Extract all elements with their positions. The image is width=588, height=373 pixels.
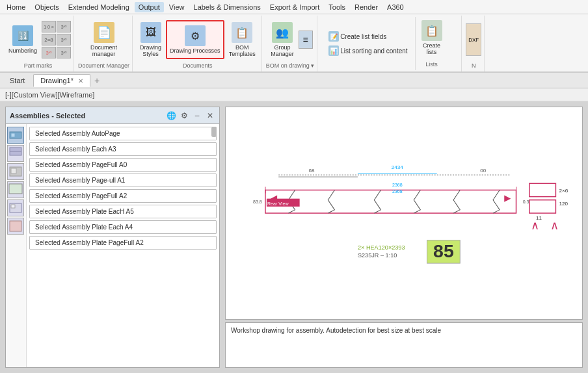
assembly-item-1[interactable]: Selected Assembly Each A3 xyxy=(29,142,217,156)
svg-rect-9 xyxy=(10,221,21,231)
bom-templates-icon: 📋 xyxy=(232,22,252,43)
view-bar: [-][Custom View][Wireframe] xyxy=(0,88,588,101)
menu-home[interactable]: Home xyxy=(3,2,29,12)
tab-drawing1[interactable]: Drawing1* ✕ xyxy=(33,74,90,87)
sidebar-thumb-5[interactable] xyxy=(7,218,24,235)
ribbon-group-dxf: DXF N xyxy=(463,16,485,71)
bom-templates-button[interactable]: 📋 BOMTemplates xyxy=(226,20,259,59)
assemblies-minus-icon[interactable]: – xyxy=(192,110,202,121)
svg-text:00: 00 xyxy=(480,168,487,174)
main-content: Assemblies - Selected 🌐 ⚙ – ✕ xyxy=(0,101,588,373)
numbering-button[interactable]: 🔢 Numbering xyxy=(5,20,40,59)
sidebar-thumb-0[interactable] xyxy=(7,127,24,144)
svg-rect-5 xyxy=(11,168,16,174)
drawing-processes-button[interactable]: ⚙ Drawing Processes xyxy=(166,20,224,59)
assemblies-sidebar xyxy=(6,124,27,367)
lists-label: Lists xyxy=(425,61,438,69)
numbering-icon: 🔢 xyxy=(12,25,33,46)
svg-text:2×6: 2×6 xyxy=(559,188,568,194)
assemblies-globe-icon[interactable]: 🌐 xyxy=(166,110,176,121)
document-manager-button[interactable]: 📄 Documentmanager xyxy=(87,20,120,59)
documents-label: Documents xyxy=(183,62,213,70)
sidebar-thumb-2[interactable] xyxy=(7,163,24,180)
bom-buttons: 👥 GroupManager ≡ xyxy=(267,17,313,62)
svg-text:2× HEA120×2393: 2× HEA120×2393 xyxy=(358,244,405,251)
svg-text:Rear View: Rear View xyxy=(267,201,289,207)
svg-text:∧: ∧ xyxy=(550,218,559,232)
svg-rect-6 xyxy=(9,184,22,194)
doc-manager-buttons: 📄 Documentmanager xyxy=(87,17,120,62)
view-bar-text: [-][Custom View][Wireframe] xyxy=(5,91,94,99)
dxf-label: N xyxy=(472,62,476,70)
svg-rect-8 xyxy=(11,205,15,208)
tab-start[interactable]: Start xyxy=(3,74,32,87)
svg-text:2368: 2368 xyxy=(392,189,403,194)
part-marks-label: Part marks xyxy=(24,62,53,70)
doc-manager-label: Document Manager xyxy=(78,62,129,70)
assemblies-items: Selected Assembly AutoPage Selected Asse… xyxy=(27,124,219,367)
menu-labels-dimensions[interactable]: Labels & Dimensions xyxy=(190,2,265,12)
description-box: Workshop drawing for assembly. Autodetec… xyxy=(225,322,583,368)
menu-output[interactable]: Output xyxy=(135,2,164,12)
sidebar-thumb-4[interactable] xyxy=(7,199,24,216)
dxf-button[interactable]: DXF xyxy=(466,23,481,56)
list-sorting-button[interactable]: 📊 List sorting and content xyxy=(327,45,409,57)
tab-drawing1-close[interactable]: ✕ xyxy=(78,77,83,84)
dxf-buttons: DXF xyxy=(466,17,481,62)
create-list-fields-button[interactable]: 📝 Create list fields xyxy=(327,31,409,42)
scroll-bar[interactable] xyxy=(211,127,217,137)
create-list-fields-icon: 📝 xyxy=(328,31,339,42)
svg-text:2368: 2368 xyxy=(392,183,403,188)
sidebar-thumb-1[interactable] xyxy=(7,145,24,162)
svg-text:∧: ∧ xyxy=(531,218,539,232)
svg-text:68: 68 xyxy=(308,168,315,174)
group-manager-icon: 👥 xyxy=(272,22,293,43)
menu-view[interactable]: View xyxy=(165,2,189,12)
menubar: Home Objects Extended Modeling Output Vi… xyxy=(0,0,588,14)
sidebar-thumb-3[interactable] xyxy=(7,181,24,198)
document-manager-icon: 📄 xyxy=(94,22,114,43)
assembly-item-0[interactable]: Selected Assembly AutoPage xyxy=(29,127,217,140)
menu-tools[interactable]: Tools xyxy=(325,2,349,12)
documents-buttons: 🖼 DrawingStyles ⚙ Drawing Processes 📋 BO… xyxy=(137,17,259,62)
assembly-item-4[interactable]: Selected Assembly PageFull A2 xyxy=(29,189,217,203)
ribbon-group-bom: 👥 GroupManager ≡ BOM on drawing ▾ xyxy=(263,16,318,71)
group-manager-button[interactable]: 👥 GroupManager xyxy=(267,20,297,59)
list-sorting-icon: 📊 xyxy=(328,45,339,56)
assemblies-panel: Assemblies - Selected 🌐 ⚙ – ✕ xyxy=(5,107,220,368)
assemblies-list: Selected Assembly AutoPage Selected Asse… xyxy=(6,124,219,367)
assembly-item-3[interactable]: Selected Assembly Page-ull A1 xyxy=(29,174,217,187)
ribbon-group-documents: 🖼 DrawingStyles ⚙ Drawing Processes 📋 BO… xyxy=(134,16,262,71)
assembly-item-5[interactable]: Selected Assembly Plate EacH A5 xyxy=(29,205,217,218)
bom-extra-button[interactable]: ≡ xyxy=(299,31,313,49)
drawing-styles-icon: 🖼 xyxy=(140,22,161,43)
tab-bar: Start Drawing1* ✕ + xyxy=(0,73,588,88)
create-lists-button[interactable]: 📋 Createlists xyxy=(418,18,446,57)
drawing-styles-button[interactable]: 🖼 DrawingStyles xyxy=(137,20,165,59)
create-lists-icon: 📋 xyxy=(421,20,442,41)
menu-objects[interactable]: Objects xyxy=(31,2,62,12)
lists-side-group: 📝 Create list fields 📊 List sorting and … xyxy=(321,17,415,70)
svg-text:2434: 2434 xyxy=(392,164,404,170)
bom-label: BOM on drawing ▾ xyxy=(266,62,315,70)
ribbon: 🔢 Numbering 1 0 × 3ⁿ³ 2=8 3ⁿ³ 3ⁿ³ 3ⁿ³ xyxy=(0,14,588,73)
svg-rect-1 xyxy=(11,133,15,137)
assemblies-header: Assemblies - Selected 🌐 ⚙ – ✕ xyxy=(6,107,219,124)
assemblies-title: Assemblies - Selected xyxy=(10,112,163,120)
assembly-item-7[interactable]: Selected Assembly Plate PageFull A2 xyxy=(29,236,217,250)
description-text: Workshop drawing for assembly. Autodetec… xyxy=(231,327,441,334)
assemblies-close-icon[interactable]: ✕ xyxy=(205,110,215,121)
assembly-item-6[interactable]: Selected Assembly Plate Each A4 xyxy=(29,220,217,234)
assemblies-gear-icon[interactable]: ⚙ xyxy=(179,110,189,121)
menu-a360[interactable]: A360 xyxy=(383,2,408,12)
drawing-processes-icon: ⚙ xyxy=(185,25,206,46)
menu-export-import[interactable]: Export & Import xyxy=(266,2,323,12)
part-marks-buttons: 🔢 Numbering 1 0 × 3ⁿ³ 2=8 3ⁿ³ 3ⁿ³ 3ⁿ³ xyxy=(5,17,71,62)
menu-render[interactable]: Render xyxy=(351,2,382,12)
right-panel: 68 2434 00 2368 2368 83.8 0.3 xyxy=(225,107,583,368)
ribbon-group-lists: 📝 Create list fields 📊 List sorting and … xyxy=(319,16,462,71)
assembly-item-2[interactable]: Selected Assembly PageFull A0 xyxy=(29,158,217,172)
drawing-svg: 68 2434 00 2368 2368 83.8 0.3 xyxy=(226,107,582,319)
tab-add-button[interactable]: + xyxy=(92,75,102,86)
menu-extended-modeling[interactable]: Extended Modeling xyxy=(64,2,133,12)
